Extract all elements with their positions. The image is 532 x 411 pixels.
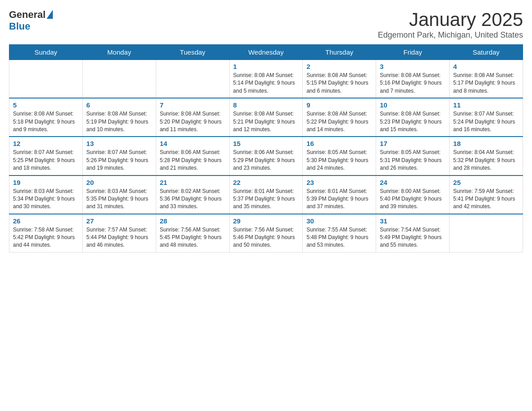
day-number-13: 13: [86, 140, 152, 147]
day-info-22: Sunrise: 8:01 AM Sunset: 5:37 PM Dayligh…: [233, 188, 299, 211]
day-number-27: 27: [86, 217, 152, 225]
day-cell-22: 22Sunrise: 8:01 AM Sunset: 5:37 PM Dayli…: [229, 176, 303, 214]
day-number-2: 2: [306, 63, 372, 70]
empty-cell: [450, 214, 523, 253]
day-header-tuesday: Tuesday: [156, 45, 229, 60]
empty-cell: [82, 60, 156, 98]
day-info-1: Sunrise: 8:08 AM Sunset: 5:14 PM Dayligh…: [233, 72, 299, 95]
logo-blue-text: Blue: [9, 21, 30, 32]
day-header-saturday: Saturday: [450, 45, 523, 60]
day-cell-29: 29Sunrise: 7:56 AM Sunset: 5:46 PM Dayli…: [229, 214, 303, 253]
day-header-sunday: Sunday: [9, 45, 83, 60]
day-number-23: 23: [306, 179, 372, 186]
day-info-7: Sunrise: 8:08 AM Sunset: 5:20 PM Dayligh…: [160, 110, 226, 133]
day-header-friday: Friday: [376, 45, 450, 60]
title-section: January 2025 Edgemont Park, Michigan, Un…: [378, 9, 523, 40]
day-number-26: 26: [13, 217, 79, 225]
week-row-5: 26Sunrise: 7:58 AM Sunset: 5:42 PM Dayli…: [9, 214, 523, 253]
day-cell-4: 4Sunrise: 8:08 AM Sunset: 5:17 PM Daylig…: [450, 60, 523, 98]
page-header: General Blue January 2025 Edgemont Park,…: [9, 9, 523, 40]
day-info-4: Sunrise: 8:08 AM Sunset: 5:17 PM Dayligh…: [453, 72, 519, 95]
day-cell-23: 23Sunrise: 8:01 AM Sunset: 5:39 PM Dayli…: [303, 176, 376, 214]
day-info-10: Sunrise: 8:08 AM Sunset: 5:23 PM Dayligh…: [380, 110, 446, 133]
week-row-3: 12Sunrise: 8:07 AM Sunset: 5:25 PM Dayli…: [9, 137, 523, 175]
day-number-4: 4: [453, 63, 519, 70]
day-number-25: 25: [453, 179, 519, 186]
day-cell-26: 26Sunrise: 7:58 AM Sunset: 5:42 PM Dayli…: [9, 214, 83, 253]
day-number-19: 19: [13, 179, 79, 186]
day-info-16: Sunrise: 8:05 AM Sunset: 5:30 PM Dayligh…: [306, 149, 372, 172]
day-header-thursday: Thursday: [303, 45, 376, 60]
day-info-20: Sunrise: 8:03 AM Sunset: 5:35 PM Dayligh…: [86, 188, 152, 211]
calendar-subtitle: Edgemont Park, Michigan, United States: [378, 30, 523, 40]
day-info-11: Sunrise: 8:07 AM Sunset: 5:24 PM Dayligh…: [453, 110, 519, 133]
day-cell-5: 5Sunrise: 8:08 AM Sunset: 5:18 PM Daylig…: [9, 98, 83, 137]
day-cell-25: 25Sunrise: 7:59 AM Sunset: 5:41 PM Dayli…: [450, 176, 523, 214]
day-number-7: 7: [160, 101, 226, 109]
day-cell-14: 14Sunrise: 8:06 AM Sunset: 5:28 PM Dayli…: [156, 137, 229, 175]
day-number-8: 8: [233, 101, 299, 109]
empty-cell: [9, 60, 83, 98]
day-header-row: SundayMondayTuesdayWednesdayThursdayFrid…: [9, 45, 523, 60]
day-header-monday: Monday: [82, 45, 156, 60]
day-info-19: Sunrise: 8:03 AM Sunset: 5:34 PM Dayligh…: [13, 188, 79, 211]
day-info-17: Sunrise: 8:05 AM Sunset: 5:31 PM Dayligh…: [380, 149, 446, 172]
week-row-4: 19Sunrise: 8:03 AM Sunset: 5:34 PM Dayli…: [9, 176, 523, 214]
day-number-12: 12: [13, 140, 79, 147]
day-cell-21: 21Sunrise: 8:02 AM Sunset: 5:36 PM Dayli…: [156, 176, 229, 214]
day-number-16: 16: [306, 140, 372, 147]
day-cell-2: 2Sunrise: 8:08 AM Sunset: 5:15 PM Daylig…: [303, 60, 376, 98]
logo-triangle-icon: [47, 10, 53, 19]
day-cell-6: 6Sunrise: 8:08 AM Sunset: 5:19 PM Daylig…: [82, 98, 156, 137]
day-number-31: 31: [380, 217, 446, 225]
day-info-21: Sunrise: 8:02 AM Sunset: 5:36 PM Dayligh…: [160, 188, 226, 211]
day-cell-31: 31Sunrise: 7:54 AM Sunset: 5:49 PM Dayli…: [376, 214, 450, 253]
day-cell-11: 11Sunrise: 8:07 AM Sunset: 5:24 PM Dayli…: [450, 98, 523, 137]
day-cell-9: 9Sunrise: 8:08 AM Sunset: 5:22 PM Daylig…: [303, 98, 376, 137]
day-cell-1: 1Sunrise: 8:08 AM Sunset: 5:14 PM Daylig…: [229, 60, 303, 98]
day-cell-3: 3Sunrise: 8:08 AM Sunset: 5:16 PM Daylig…: [376, 60, 450, 98]
day-cell-19: 19Sunrise: 8:03 AM Sunset: 5:34 PM Dayli…: [9, 176, 83, 214]
day-number-1: 1: [233, 63, 299, 70]
day-info-18: Sunrise: 8:04 AM Sunset: 5:32 PM Dayligh…: [453, 149, 519, 172]
day-info-24: Sunrise: 8:00 AM Sunset: 5:40 PM Dayligh…: [380, 188, 446, 211]
day-cell-17: 17Sunrise: 8:05 AM Sunset: 5:31 PM Dayli…: [376, 137, 450, 175]
day-info-31: Sunrise: 7:54 AM Sunset: 5:49 PM Dayligh…: [380, 226, 446, 249]
day-info-3: Sunrise: 8:08 AM Sunset: 5:16 PM Dayligh…: [380, 72, 446, 95]
day-info-29: Sunrise: 7:56 AM Sunset: 5:46 PM Dayligh…: [233, 226, 299, 249]
day-info-9: Sunrise: 8:08 AM Sunset: 5:22 PM Dayligh…: [306, 110, 372, 133]
day-number-22: 22: [233, 179, 299, 186]
day-info-14: Sunrise: 8:06 AM Sunset: 5:28 PM Dayligh…: [160, 149, 226, 172]
day-cell-15: 15Sunrise: 8:06 AM Sunset: 5:29 PM Dayli…: [229, 137, 303, 175]
day-cell-30: 30Sunrise: 7:55 AM Sunset: 5:48 PM Dayli…: [303, 214, 376, 253]
day-number-10: 10: [380, 101, 446, 109]
day-cell-12: 12Sunrise: 8:07 AM Sunset: 5:25 PM Dayli…: [9, 137, 83, 175]
day-number-30: 30: [306, 217, 372, 225]
day-info-28: Sunrise: 7:56 AM Sunset: 5:45 PM Dayligh…: [160, 226, 226, 249]
day-number-17: 17: [380, 140, 446, 147]
day-number-3: 3: [380, 63, 446, 70]
day-info-15: Sunrise: 8:06 AM Sunset: 5:29 PM Dayligh…: [233, 149, 299, 172]
day-number-14: 14: [160, 140, 226, 147]
day-cell-13: 13Sunrise: 8:07 AM Sunset: 5:26 PM Dayli…: [82, 137, 156, 175]
day-number-6: 6: [86, 101, 152, 109]
day-cell-10: 10Sunrise: 8:08 AM Sunset: 5:23 PM Dayli…: [376, 98, 450, 137]
day-cell-16: 16Sunrise: 8:05 AM Sunset: 5:30 PM Dayli…: [303, 137, 376, 175]
day-cell-24: 24Sunrise: 8:00 AM Sunset: 5:40 PM Dayli…: [376, 176, 450, 214]
day-header-wednesday: Wednesday: [229, 45, 303, 60]
day-number-28: 28: [160, 217, 226, 225]
day-info-5: Sunrise: 8:08 AM Sunset: 5:18 PM Dayligh…: [13, 110, 79, 133]
day-cell-18: 18Sunrise: 8:04 AM Sunset: 5:32 PM Dayli…: [450, 137, 523, 175]
empty-cell: [156, 60, 229, 98]
day-info-8: Sunrise: 8:08 AM Sunset: 5:21 PM Dayligh…: [233, 110, 299, 133]
day-number-18: 18: [453, 140, 519, 147]
day-number-29: 29: [233, 217, 299, 225]
day-cell-28: 28Sunrise: 7:56 AM Sunset: 5:45 PM Dayli…: [156, 214, 229, 253]
day-number-15: 15: [233, 140, 299, 147]
logo-general-text: General: [9, 9, 46, 21]
week-row-2: 5Sunrise: 8:08 AM Sunset: 5:18 PM Daylig…: [9, 98, 523, 137]
day-number-21: 21: [160, 179, 226, 186]
day-cell-7: 7Sunrise: 8:08 AM Sunset: 5:20 PM Daylig…: [156, 98, 229, 137]
calendar-table: SundayMondayTuesdayWednesdayThursdayFrid…: [9, 44, 523, 253]
day-info-27: Sunrise: 7:57 AM Sunset: 5:44 PM Dayligh…: [86, 226, 152, 249]
